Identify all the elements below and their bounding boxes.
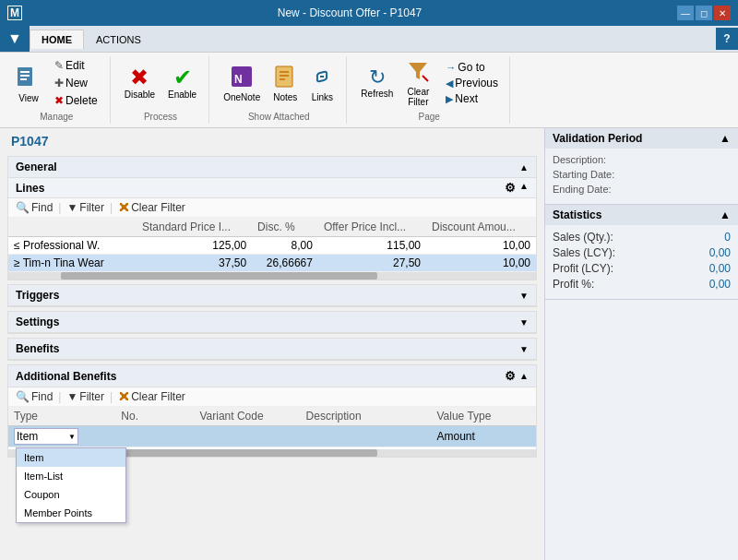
refresh-button[interactable]: ↻ Refresh [356, 65, 398, 101]
tab-home[interactable]: HOME [30, 30, 84, 49]
view-button[interactable]: View [11, 61, 46, 106]
row-offer-price: 115,00 [318, 237, 426, 255]
find-label: Find [31, 201, 53, 214]
lines-horizontal-scrollbar[interactable] [8, 272, 536, 280]
close-button[interactable]: ✕ [714, 6, 731, 20]
enable-button[interactable]: ✔ Enable [163, 64, 201, 102]
general-section-header[interactable]: General ▲ [8, 157, 536, 178]
ab-gear-icon[interactable]: ⚙ [505, 369, 516, 383]
lines-header-row: Standard Price I... Disc. % Offer Price … [8, 218, 536, 237]
ab-col-variant: Variant Code [194, 407, 300, 426]
statistics-section: Statistics ▲ Sales (Qty.): 0 Sales (LCY)… [545, 205, 738, 300]
ab-type-cell[interactable]: Item ▼ [8, 426, 115, 447]
edit-icon: ✎ [54, 59, 64, 72]
lines-clear-filter-button[interactable]: 🗙 Clear Filter [118, 201, 185, 214]
lines-row[interactable]: ≥ Tim-n Tina Wear 37,50 26,66667 27,50 1… [8, 255, 536, 272]
edit-button[interactable]: ✎ Edit [50, 57, 102, 74]
clear-filter-icon [406, 59, 430, 86]
page-id: P1047 [0, 128, 544, 152]
triggers-header[interactable]: Triggers ▼ [8, 285, 536, 306]
ab-variant-cell[interactable] [194, 426, 300, 447]
delete-button[interactable]: ✖ Delete [50, 92, 102, 109]
lines-gear-icon[interactable]: ⚙ [505, 181, 516, 195]
starting-date-field: Starting Date: [553, 169, 731, 180]
row-offer-price: 27,50 [318, 255, 426, 272]
ab-find-button[interactable]: 🔍 Find [16, 390, 53, 403]
statistics-header[interactable]: Statistics ▲ [545, 205, 738, 225]
ab-clear-filter-label: Clear Filter [131, 390, 185, 403]
col-disc-amt: Discount Amou... [426, 218, 536, 237]
stat-row: Sales (LCY): 0,00 [553, 246, 731, 259]
ribbon-group-process: ✖ Disable ✔ Enable Process [113, 56, 210, 124]
refresh-icon: ↻ [369, 67, 386, 88]
delete-icon: ✖ [54, 94, 64, 107]
next-button[interactable]: ▶ Next [442, 91, 502, 106]
col-std-price: Standard Price I... [137, 218, 252, 237]
ab-valuetype-cell[interactable]: Amount [431, 426, 536, 447]
onenote-label: OneNote [223, 92, 260, 102]
validation-period-header[interactable]: Validation Period ▲ [545, 128, 738, 149]
ab-filter-button[interactable]: ▼ Filter [66, 390, 104, 403]
restore-button[interactable]: ◻ [696, 6, 712, 20]
stat-value: 0 [724, 231, 731, 244]
window-title: New - Discount Offer - P1047 [22, 6, 677, 19]
benefits-header[interactable]: Benefits ▼ [8, 339, 536, 360]
window-controls: — ◻ ✕ [677, 6, 731, 20]
tab-actions[interactable]: ACTIONS [84, 30, 153, 49]
links-button[interactable]: Links [305, 62, 339, 105]
goto-button[interactable]: → Go to [442, 60, 502, 75]
settings-label: Settings [16, 316, 59, 328]
enable-label: Enable [168, 89, 196, 100]
find-icon: 🔍 [16, 201, 30, 214]
ending-date-field: Ending Date: [553, 184, 731, 195]
triggers-chevron: ▼ [519, 291, 529, 301]
dropdown-item-itemlist[interactable]: Item-List [17, 467, 125, 485]
triggers-section: Triggers ▼ [7, 284, 537, 307]
dropdown-item-item[interactable]: Item [17, 448, 125, 467]
col-disc: Disc. % [252, 218, 318, 237]
notes-label: Notes [273, 92, 297, 102]
type-dropdown[interactable]: Item ▼ [14, 428, 78, 445]
settings-section: Settings ▼ [7, 311, 537, 334]
lines-row[interactable]: ≤ Professional W. 125,00 8,00 115,00 10,… [8, 237, 536, 255]
ribbon-content: View ✎ Edit ✚ New ✖ Delete [0, 53, 738, 127]
title-bar: M New - Discount Offer - P1047 — ◻ ✕ [0, 0, 738, 26]
row-disc-amt: 10,00 [426, 255, 536, 272]
ab-clear-filter-button[interactable]: 🗙 Clear Filter [118, 390, 185, 403]
ending-date-label: Ending Date: [553, 184, 731, 195]
previous-button[interactable]: ◀ Previous [442, 76, 502, 90]
statistics-label: Statistics [553, 209, 601, 221]
lines-find-button[interactable]: 🔍 Find [16, 201, 53, 214]
validation-chevron-up: ▲ [720, 132, 731, 145]
new-button[interactable]: ✚ New [50, 75, 102, 91]
ribbon-showattached-items: N OneNote Notes [219, 56, 339, 110]
notes-button[interactable]: Notes [268, 62, 302, 105]
previous-icon: ◀ [446, 77, 453, 89]
links-icon [310, 65, 334, 91]
ab-section-header[interactable]: Additional Benefits ⚙ ▲ [8, 365, 536, 387]
ab-data-row[interactable]: Item ▼ Amount [8, 426, 536, 447]
lines-chevron-up: ▲ [519, 181, 529, 195]
ab-no-cell[interactable] [115, 426, 194, 447]
lines-filter-bar: 🔍 Find | ▼ Filter | 🗙 Clear Filter [8, 198, 536, 218]
onenote-button[interactable]: N OneNote [219, 62, 265, 105]
ab-col-no: No. [115, 407, 194, 426]
right-panel: Validation Period ▲ Description: Startin… [544, 128, 738, 560]
settings-header[interactable]: Settings ▼ [8, 312, 536, 333]
lines-filter-button[interactable]: ▼ Filter [66, 201, 104, 214]
minimize-button[interactable]: — [677, 6, 694, 20]
onenote-icon: N [230, 65, 254, 91]
disable-button[interactable]: ✖ Disable [120, 64, 160, 102]
main-content: P1047 General ▲ Lines ⚙ ▲ [0, 128, 738, 560]
dropdown-item-coupon[interactable]: Coupon [17, 485, 125, 504]
view-label: View [18, 93, 39, 103]
nav-menu-button[interactable]: ▼ [0, 26, 30, 52]
stat-value: 0,00 [709, 246, 731, 259]
lines-table-scroll[interactable]: Standard Price I... Disc. % Offer Price … [8, 218, 536, 272]
ribbon: ▼ HOME ACTIONS ? View [0, 26, 738, 128]
ab-desc-cell[interactable] [301, 426, 432, 447]
clear-filter-button[interactable]: ClearFilter [401, 56, 434, 110]
dropdown-item-memberpoints[interactable]: Member Points [17, 504, 125, 522]
help-button[interactable]: ? [716, 28, 738, 50]
ab-table-scroll[interactable]: Type No. Variant Code Description Value … [8, 407, 536, 447]
